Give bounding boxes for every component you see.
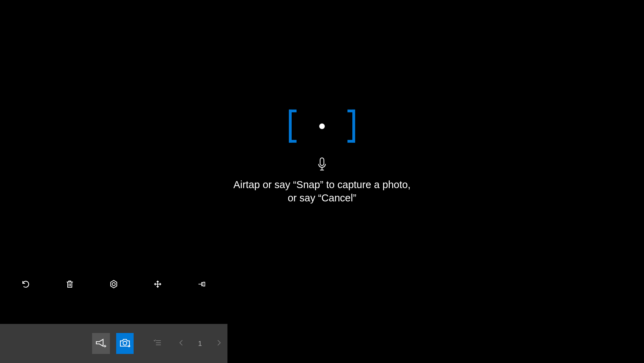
pin-button[interactable] — [193, 276, 210, 293]
microphone-icon — [317, 157, 327, 171]
target-icon — [109, 280, 118, 290]
svg-point-14 — [123, 341, 127, 345]
reticle-dot-icon — [319, 123, 325, 129]
page-number: 1 — [196, 340, 203, 348]
capture-instructions-line2: or say “Cancel” — [233, 192, 411, 205]
move-button[interactable] — [149, 276, 166, 293]
undo-icon — [21, 280, 30, 290]
announce-button[interactable] — [92, 333, 110, 354]
svg-rect-0 — [320, 158, 324, 165]
svg-marker-11 — [96, 339, 103, 346]
capture-instructions: Airtap or say “Snap” to capture a photo,… — [233, 178, 411, 205]
delete-button[interactable] — [61, 276, 78, 293]
trash-icon — [66, 280, 74, 290]
bottom-toolbar: 1 — [0, 324, 227, 363]
move-icon — [153, 280, 162, 290]
svg-point-6 — [112, 283, 115, 286]
target-button[interactable] — [105, 276, 122, 293]
list-button[interactable] — [149, 333, 166, 354]
camera-icon — [119, 338, 130, 349]
svg-rect-10 — [202, 282, 203, 286]
bracket-left-icon — [289, 110, 297, 143]
pin-icon — [197, 280, 206, 289]
prev-page-button[interactable] — [173, 333, 190, 354]
list-icon — [152, 339, 162, 348]
capture-prompt: Airtap or say “Snap” to capture a photo,… — [0, 110, 644, 205]
chevron-left-icon — [178, 338, 185, 349]
megaphone-icon — [95, 338, 106, 349]
chevron-right-icon — [215, 338, 223, 349]
undo-button[interactable] — [17, 276, 34, 293]
svg-marker-5 — [111, 280, 117, 288]
bracket-right-icon — [347, 110, 355, 143]
capture-instructions-line1: Airtap or say “Snap” to capture a photo, — [233, 178, 411, 192]
camera-button[interactable] — [116, 333, 134, 354]
tool-row — [17, 276, 210, 293]
focus-reticle — [289, 110, 355, 143]
next-page-button[interactable] — [210, 333, 227, 354]
